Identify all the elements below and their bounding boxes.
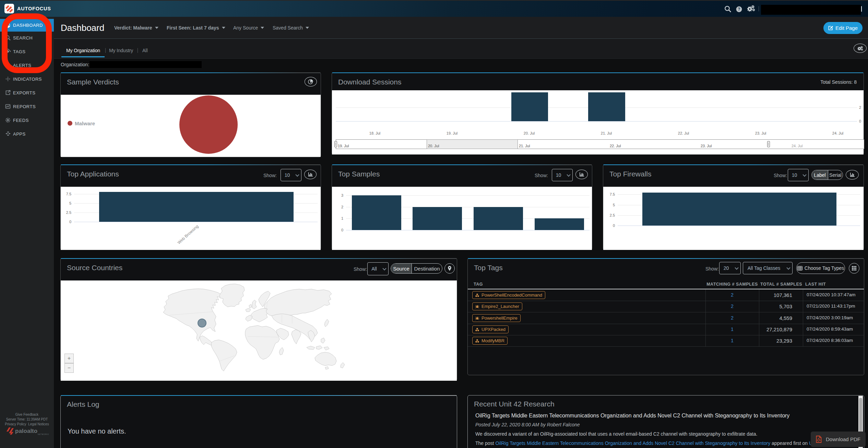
svg-text:NETWORKS: NETWORKS — [38, 434, 49, 435]
svg-text:?: ? — [738, 7, 740, 12]
svg-text:paloalto: paloalto — [15, 428, 37, 434]
